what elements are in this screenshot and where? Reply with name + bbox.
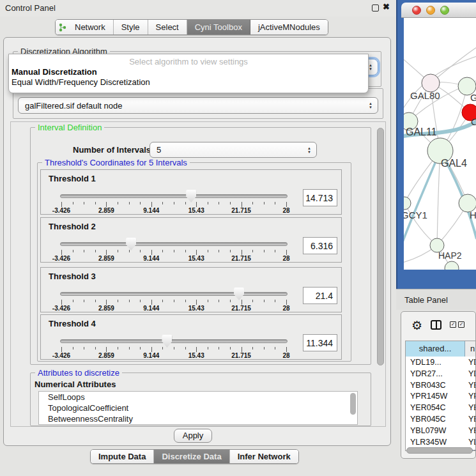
table-row[interactable]: YDL19...YDL1 (406, 358, 476, 369)
algorithm-option[interactable]: Equal Width/Frequency Discretization (12, 77, 150, 87)
tab-label: Network (70, 22, 111, 32)
slider-tick-label: -3.426 (52, 305, 70, 312)
tab-jactivemnodules[interactable]: jActiveMNodules (250, 20, 328, 35)
table-row[interactable]: YBL079WYBL0 (406, 426, 476, 438)
slider-tick-label: 2.859 (98, 305, 114, 312)
threshold-value-field[interactable]: 11.344 (303, 334, 337, 351)
slider-tick (95, 202, 96, 204)
tab-label: jActiveMNodules (253, 22, 325, 32)
network-window-titlebar[interactable] (401, 3, 476, 18)
apply-button[interactable]: Apply (174, 429, 212, 443)
slider-tick (95, 250, 96, 252)
cell-shared-name: YER054C (410, 403, 446, 412)
network-node-GAL80[interactable] (422, 74, 440, 92)
slider-tick (264, 250, 265, 252)
slider-thumb[interactable] (162, 335, 172, 348)
network-node-node-bottom[interactable] (445, 261, 459, 270)
cell-shared-name: YBR043C (410, 381, 446, 390)
close-traffic-light[interactable] (412, 6, 421, 15)
attributes-list-scrollbar[interactable] (350, 393, 356, 415)
slider-tick (286, 300, 287, 305)
slider-tick (219, 250, 219, 252)
tab-cyni-toolbox[interactable]: Cyni Toolbox (187, 20, 250, 35)
tab-label: Cyni Toolbox (190, 22, 247, 32)
cell-name: YDL1 (468, 358, 476, 367)
slider-tick (208, 202, 208, 204)
slider-tick (242, 202, 242, 207)
network-node-GCY1[interactable] (404, 197, 411, 210)
slider-tick (129, 300, 130, 302)
attribute-list-item[interactable]: BetweennessCentrality (39, 413, 357, 424)
slider-thumb[interactable] (234, 288, 244, 300)
slider-tick (129, 202, 130, 204)
network-node-label: H (470, 210, 476, 220)
table-header-row: shared... n (406, 341, 475, 357)
table-row[interactable]: YER054CYER0 (406, 403, 476, 415)
slider-thumb[interactable] (186, 190, 196, 203)
network-canvas[interactable]: GAL80GCGAL11GAL4GCY1HHAP2 (404, 18, 476, 270)
slider-tick (84, 202, 84, 204)
threshold-value-field[interactable]: 6.316 (303, 237, 337, 254)
column-header-name[interactable]: n (465, 341, 476, 357)
network-edge (437, 151, 440, 245)
node-attribute-table[interactable]: shared... n YDL19...YDL1YDR27...YDR2YBR0… (405, 341, 476, 451)
number-of-intervals-combobox[interactable]: 5 ▲▼ (150, 142, 317, 158)
slider-tick (286, 202, 287, 207)
slider-tick (219, 347, 219, 349)
column-header-shared-name[interactable]: shared... (406, 341, 465, 357)
algorithm-hint-option[interactable]: Select algorithm to view settings (9, 57, 368, 66)
close-icon[interactable]: ✖ (383, 2, 390, 12)
table-row[interactable]: YBR045CYBR0 (406, 415, 476, 426)
slider-tick-label: 28 (282, 255, 289, 262)
network-node-label: GAL11 (406, 127, 437, 137)
table-data-combobox[interactable]: galFiltered.sif default node ▲▼ (18, 97, 378, 114)
tab-network[interactable]: Network (56, 20, 114, 35)
slider-tick (230, 250, 231, 252)
combo-arrows-icon: ▲▼ (369, 102, 372, 109)
checkbox-icon[interactable]: ✓ (458, 321, 464, 328)
slider-track[interactable] (60, 242, 288, 246)
columns-icon[interactable] (431, 320, 441, 330)
threshold-value-field[interactable]: 21.4 (303, 287, 337, 304)
zoom-traffic-light[interactable] (440, 6, 449, 15)
tab-infer-network[interactable]: Infer Network (230, 450, 298, 463)
minimize-traffic-light[interactable] (426, 6, 435, 15)
slider-tick (151, 250, 152, 255)
slider-tick (73, 347, 73, 349)
slider-tick-label: 28 (282, 352, 289, 359)
table-row[interactable]: YPR145WYPR1 (406, 392, 476, 403)
vertical-scrollbar-thumb[interactable] (377, 128, 384, 365)
gear-icon[interactable]: ⚙ (411, 318, 422, 332)
tab-select[interactable]: Select (148, 20, 187, 35)
slider-tick (242, 250, 242, 255)
horizontal-scrollbar-thumb[interactable] (406, 447, 473, 454)
tab-impute-data[interactable]: Impute Data (91, 450, 154, 463)
slider-tick (264, 300, 265, 302)
cell-shared-name: YPR145W (410, 392, 447, 401)
slider-tick-label: 21.715 (231, 305, 251, 312)
slider-thumb[interactable] (126, 238, 136, 250)
numerical-attributes-list[interactable]: SelfLoopsTopologicalCoefficientBetweenne… (38, 391, 358, 425)
tab-discretize-data[interactable]: Discretize Data (154, 450, 229, 463)
algorithm-dropdown-popup: Select algorithm to view settings Manual… (8, 54, 369, 93)
slider-track[interactable] (60, 194, 288, 198)
table-row[interactable]: YBR043CYBR0 (406, 381, 476, 392)
attributes-group-label: Attributes to discretize (35, 368, 122, 378)
slider-track[interactable] (60, 339, 288, 343)
table-row[interactable]: YDR27...YDR2 (406, 369, 476, 381)
threshold-value-field[interactable]: 14.713 (303, 189, 337, 206)
slider-tick (208, 300, 208, 302)
slider-tick (61, 347, 62, 352)
slider-tick (185, 250, 186, 252)
float-window-icon[interactable] (372, 4, 379, 12)
slider-track[interactable] (60, 292, 288, 296)
slider-tick-label: 28 (282, 207, 289, 214)
slider-tick-label: 9.144 (143, 255, 159, 262)
tab-style[interactable]: Style (114, 20, 148, 35)
network-node-label: HAP2 (438, 250, 462, 261)
slider-tick (73, 202, 73, 204)
checkbox-icon[interactable]: ✓ (450, 321, 456, 328)
attribute-list-item[interactable]: SelfLoops (39, 392, 357, 403)
algorithm-option[interactable]: Manual Discretization (12, 67, 97, 77)
attribute-list-item[interactable]: TopologicalCoefficient (39, 403, 357, 413)
